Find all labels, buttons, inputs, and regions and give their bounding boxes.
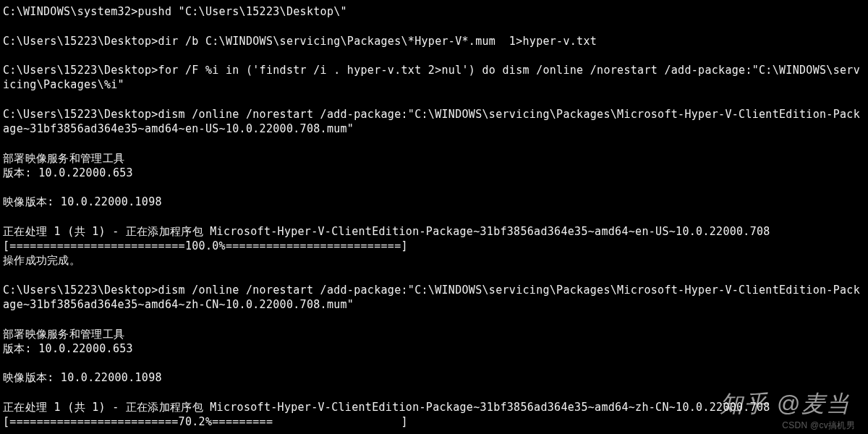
terminal-line: C:\WINDOWS\system32>pushd "C:\Users\1522… (3, 4, 865, 19)
terminal-line: 版本: 10.0.22000.653 (3, 166, 865, 180)
terminal-blank-line (3, 19, 865, 33)
terminal-blank-line (3, 48, 865, 63)
terminal-blank-line (3, 268, 865, 283)
terminal-line: C:\Users\15223\Desktop>dism /online /nor… (3, 107, 865, 137)
terminal-blank-line (3, 180, 865, 195)
terminal-output[interactable]: C:\WINDOWS\system32>pushd "C:\Users\1522… (3, 4, 865, 429)
terminal-blank-line (3, 93, 865, 107)
terminal-line: [==========================100.0%=======… (3, 239, 865, 253)
terminal-line: 正在处理 1 (共 1) - 正在添加程序包 Microsoft-Hyper-V… (3, 224, 865, 239)
terminal-blank-line (3, 386, 865, 400)
terminal-line: 版本: 10.0.22000.653 (3, 341, 865, 356)
terminal-line: 正在处理 1 (共 1) - 正在添加程序包 Microsoft-Hyper-V… (3, 400, 865, 414)
terminal-line: 操作成功完成。 (3, 253, 865, 268)
terminal-line: 部署映像服务和管理工具 (3, 151, 865, 166)
terminal-blank-line (3, 136, 865, 150)
terminal-line: C:\Users\15223\Desktop>dism /online /nor… (3, 283, 865, 312)
terminal-blank-line (3, 312, 865, 326)
terminal-line: [=========================70.2%=========… (3, 414, 865, 429)
terminal-line: C:\Users\15223\Desktop>for /F %i in ('fi… (3, 63, 865, 93)
terminal-line: C:\Users\15223\Desktop>dir /b C:\WINDOWS… (3, 34, 865, 48)
terminal-line: 部署映像服务和管理工具 (3, 327, 865, 341)
terminal-line: 映像版本: 10.0.22000.1098 (3, 195, 865, 209)
terminal-blank-line (3, 356, 865, 370)
terminal-line: 映像版本: 10.0.22000.1098 (3, 370, 865, 385)
terminal-blank-line (3, 210, 865, 224)
